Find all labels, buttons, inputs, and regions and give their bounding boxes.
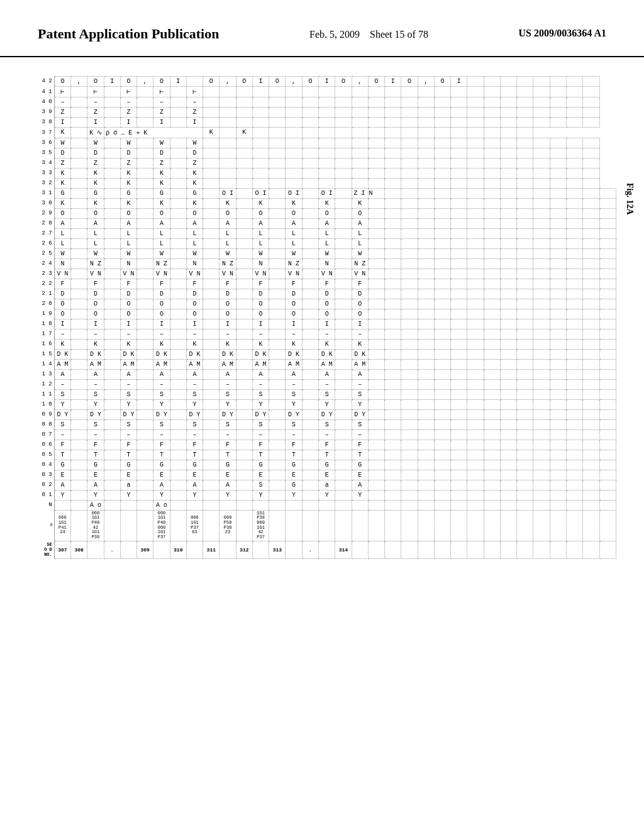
table-row: 3 4 Z Z Z Z Z bbox=[38, 158, 616, 168]
table-row: 1 1 S S S S S S S S S S bbox=[38, 389, 616, 399]
table-row: 3 6 W W W W W bbox=[38, 138, 616, 148]
table-row: 0 2 A A a A A A S G a A bbox=[38, 480, 616, 490]
patent-number: US 2009/0036364 A1 bbox=[518, 25, 606, 39]
table-row: 4 1 ⊢ ⊢ ⊢ ⊢ ⊢ bbox=[38, 86, 616, 97]
table-row: 3 1 G G G G G O I O I O I O I Z I N bbox=[38, 188, 616, 198]
sequence-table: 4 2 O , O I O , O I O , O I O , O I O , bbox=[38, 76, 625, 559]
main-content: Fig. 12A 4 2 O , O I O , O I O , O I O , bbox=[0, 57, 644, 572]
table-row: 2 5 W W W W W W W W W W bbox=[38, 248, 616, 258]
figure-label: Fig. 12A bbox=[625, 183, 635, 215]
table-row: 0 9 D Y D Y D Y D Y D Y D Y D Y D Y D Y bbox=[38, 409, 616, 419]
table-row: 0 5 T T T T T T T T T T bbox=[38, 450, 616, 460]
table-row: 1 9 O O O O O O O O O O bbox=[38, 309, 616, 319]
table-row: 3 8 I I I I I bbox=[38, 117, 616, 127]
table-row: 1 7 – – – – – – – – – – bbox=[38, 329, 616, 339]
table-row: 0 8 S S S S S S S S S S bbox=[38, 419, 616, 429]
table-row: 1 0 Y Y Y Y Y Y Y Y Y Y bbox=[38, 399, 616, 409]
table-row: 0 3 E E E E E E E E E E bbox=[38, 470, 616, 480]
table-row: 0 7 – – – – – – – – – – bbox=[38, 429, 616, 440]
table-row: N A o A o bbox=[38, 500, 616, 510]
table-row: 1 8 I I I I I I I I I I bbox=[38, 319, 616, 329]
se-od-row: SEO DNO. 307 308 . 309 310 311 312 313 .… bbox=[38, 541, 616, 558]
table-row: 0 4 G G G G G G G G G G bbox=[38, 460, 616, 470]
table-row: 3 2 K K K K K bbox=[38, 178, 616, 188]
table-row: 1 3 A A A A A A A A A A bbox=[38, 369, 616, 379]
table-row: 3 9 Z Z Z Z Z bbox=[38, 107, 616, 117]
row-num-42: 4 2 bbox=[38, 76, 54, 86]
table-row: 0 1 Y Y Y Y Y Y Y Y Y Y bbox=[38, 490, 616, 500]
table-row: 2 4 N N Z N N Z N N Z N N Z N N Z bbox=[38, 258, 616, 268]
table-row: 1 4 A M A M A M A M A M A M A M A M A M bbox=[38, 359, 616, 369]
page-header: Patent Application Publication Feb. 5, 2… bbox=[0, 0, 644, 57]
alignment-table: 4 2 O , O I O , O I O , O I O , O I O , bbox=[38, 76, 616, 559]
table-row: 2 2 F F F F F F F F F F bbox=[38, 279, 616, 289]
table-row: 2 9 O O O O O O O O O O bbox=[38, 208, 616, 218]
table-row: 3 7 K K ∿ ρ σ … E ≁ K K K bbox=[38, 127, 616, 138]
table-row: 2 8 A A A A A A A A A A bbox=[38, 218, 616, 228]
table-row: 4 0 – – – – – bbox=[38, 97, 616, 107]
table-row: 1 6 K K K K K K K K K K bbox=[38, 339, 616, 349]
table-row: 3 3 K K K K K bbox=[38, 168, 616, 178]
table-row: 1 5 D K D K D K D K D K D K D K D K D K bbox=[38, 349, 616, 359]
table-row: 2 3 V N V N V N V N V N V N V N V N V N bbox=[38, 268, 616, 279]
table-row: 1 2 – – – – – – – – – – bbox=[38, 379, 616, 389]
table-row: 0 6 F F F F F F F F F F bbox=[38, 440, 616, 450]
table-row: 2 0 O O O O O O O O O O bbox=[38, 299, 616, 309]
seq-id-row: # 0601G1P4124 0601G1P40421G1P39 0601G1P4… bbox=[38, 510, 616, 541]
table-row: 2 1 D D D D D D D D D D bbox=[38, 289, 616, 299]
table-row: 2 6 L L L L L L L L L L bbox=[38, 238, 616, 248]
table-row: 4 2 O , O I O , O I O , O I O , O I O , bbox=[38, 76, 616, 86]
table-row: 3 5 D D D D D bbox=[38, 148, 616, 158]
publication-title: Patent Application Publication bbox=[38, 25, 219, 43]
table-row: 2 7 L L L L L L L L L L bbox=[38, 228, 616, 238]
table-row: 3 0 K K K K K K K K K K bbox=[38, 198, 616, 208]
publication-date: Feb. 5, 2009 Sheet 15 of 78 bbox=[309, 25, 428, 40]
